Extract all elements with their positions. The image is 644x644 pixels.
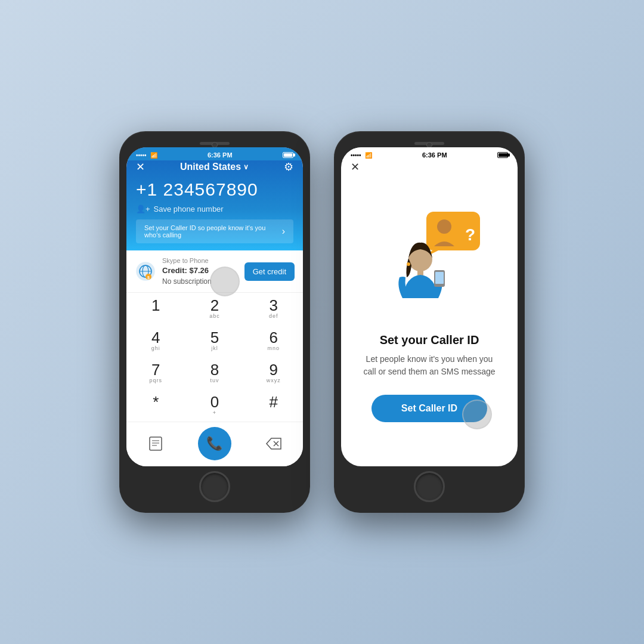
save-number-row[interactable]: 👤+ Save phone number — [136, 205, 293, 213]
right-screen: ••••• 📶 6:36 PM ✕ — [341, 147, 518, 466]
dialer-nav: ✕ United States ∨ ⚙ — [136, 160, 293, 174]
dial-key-8[interactable]: 8 tuv — [185, 357, 244, 389]
dial-key-4[interactable]: 4 ghi — [126, 325, 185, 357]
battery-right — [497, 152, 508, 158]
dial-key-hash[interactable]: # — [244, 389, 303, 422]
credit-service-name: Skype to Phone — [162, 256, 212, 265]
status-bar-right: ••••• 📶 6:36 PM — [341, 147, 518, 160]
signal-left: ••••• 📶 — [136, 152, 157, 159]
contacts-icon — [147, 435, 164, 452]
skype-globe-icon: $ — [135, 261, 156, 282]
dial-key-0[interactable]: 0 + — [185, 389, 244, 422]
dial-pad: 1 2 abc 3 def 4 ghi 5 jkl — [126, 293, 303, 422]
svg-rect-6 — [150, 437, 162, 450]
right-phone: ••••• 📶 6:36 PM ✕ — [334, 131, 525, 513]
dial-key-5[interactable]: 5 jkl — [185, 325, 244, 357]
credit-subscription: No subscription — [162, 277, 212, 287]
call-button[interactable]: 📞 — [185, 427, 244, 460]
delete-button[interactable] — [244, 427, 303, 460]
left-screen: ••••• 📶 6:36 PM ✕ United States ∨ — [126, 147, 303, 466]
dial-actions: 📞 — [126, 422, 303, 466]
time-left: 6:36 PM — [208, 151, 233, 159]
backspace-icon — [265, 437, 282, 450]
caller-id-description: Let people know it's you when you call o… — [359, 353, 500, 378]
country-name: United States — [180, 162, 241, 172]
svg-point-14 — [437, 219, 451, 234]
caller-id-svg: ? — [370, 200, 489, 319]
svg-point-17 — [407, 262, 410, 266]
caller-id-banner-text: Set your Caller ID so people know it's y… — [144, 224, 277, 239]
person-add-icon: 👤+ — [136, 205, 150, 213]
credit-details: Skype to Phone Credit: $7.26 No subscrip… — [162, 256, 212, 286]
dial-key-star[interactable]: * — [126, 389, 185, 422]
contacts-button[interactable] — [126, 427, 185, 460]
credit-info: $ Skype to Phone Credit: $7.26 No subscr… — [135, 256, 212, 286]
phone-number-display: +1 234567890 — [136, 179, 293, 200]
save-number-label: Save phone number — [154, 205, 224, 213]
dial-key-1[interactable]: 1 — [126, 293, 185, 325]
svg-text:$: $ — [147, 275, 150, 280]
svg-text:?: ? — [465, 225, 475, 244]
caller-id-banner[interactable]: Set your Caller ID so people know it's y… — [136, 219, 293, 243]
credit-row: $ Skype to Phone Credit: $7.26 No subscr… — [126, 250, 303, 293]
home-button-left[interactable] — [199, 471, 230, 502]
credit-amount: Credit: $7.26 — [162, 265, 212, 276]
chevron-right-icon: › — [282, 226, 285, 237]
country-selector[interactable]: United States ∨ — [180, 162, 249, 172]
status-bar-left: ••••• 📶 6:36 PM — [126, 147, 303, 160]
battery-icon-left — [283, 152, 293, 158]
battery-icon-right — [497, 152, 508, 158]
chevron-down-icon: ∨ — [243, 163, 249, 171]
signal-right: ••••• 📶 — [351, 152, 372, 159]
left-phone: ••••• 📶 6:36 PM ✕ United States ∨ — [119, 131, 310, 513]
close-button-left[interactable]: ✕ — [136, 160, 145, 174]
phone-icon: 📞 — [206, 436, 222, 451]
dialer-header: ✕ United States ∨ ⚙ +1 234567890 👤+ Save… — [126, 147, 303, 250]
set-caller-id-button[interactable]: Set Caller ID — [371, 395, 487, 422]
settings-icon[interactable]: ⚙ — [284, 160, 293, 174]
home-button-right[interactable] — [414, 471, 445, 502]
svg-rect-20 — [435, 272, 444, 284]
call-circle[interactable]: 📞 — [198, 427, 231, 460]
dial-key-6[interactable]: 6 mno — [244, 325, 303, 357]
battery-left — [283, 152, 293, 158]
caller-id-title: Set your Caller ID — [380, 333, 479, 347]
dial-key-7[interactable]: 7 pqrs — [126, 357, 185, 389]
dial-key-3[interactable]: 3 def — [244, 293, 303, 325]
caller-id-content: ? — [341, 179, 518, 466]
caller-id-illustration: ? — [370, 200, 489, 319]
close-button-right[interactable]: ✕ — [351, 160, 360, 174]
dial-key-2[interactable]: 2 abc — [185, 293, 244, 325]
dial-key-9[interactable]: 9 wxyz — [244, 357, 303, 389]
get-credit-button[interactable]: Get credit — [244, 262, 295, 281]
time-right: 6:36 PM — [422, 151, 447, 159]
